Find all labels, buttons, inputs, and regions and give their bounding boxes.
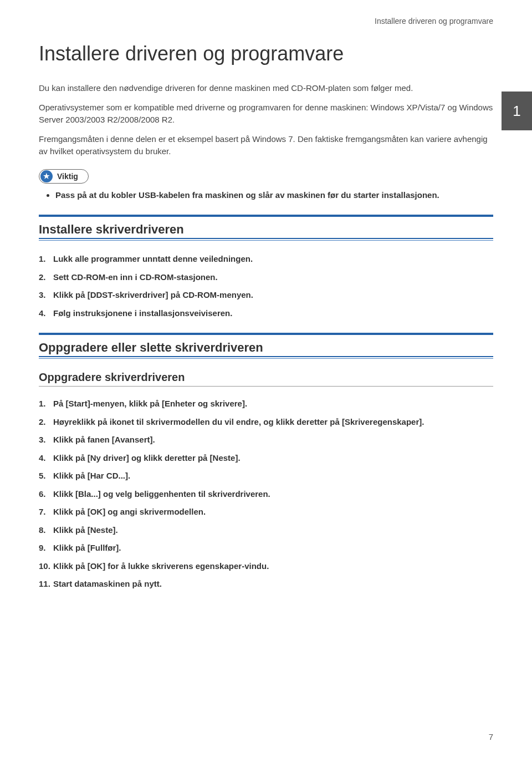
intro-paragraph: Du kan installere den nødvendige drivere… (39, 82, 493, 95)
step: 8.Klikk på [Neste]. (39, 524, 493, 537)
callout-bullet-list: Pass på at du kobler USB-kabelen fra mas… (55, 189, 493, 202)
running-header: Installere driveren og programvare (39, 17, 493, 26)
important-callout: ★ Viktig (39, 169, 89, 184)
star-icon: ★ (40, 170, 53, 182)
chapter-number-box: 1 (502, 92, 532, 130)
step: 3.Klikk på fanen [Avansert]. (39, 434, 493, 446)
section-heading-install-driver: Installere skriverdriveren (39, 219, 493, 237)
step: 2.Høyreklikk på ikonet til skrivermodell… (39, 416, 493, 429)
upgrade-steps: 1.På [Start]-menyen, klikk på [Enheter o… (39, 398, 493, 591)
step: 5.Klikk på [Har CD...]. (39, 470, 493, 482)
step: 4.Følg instruksjonene i installasjonsvei… (39, 307, 493, 320)
page-number: 7 (489, 732, 493, 741)
subsection-heading-upgrade: Oppgradere skriverdriveren (39, 371, 493, 384)
step: 6.Klikk [Bla...] og velg beliggenhenten … (39, 488, 493, 501)
step: 1.Lukk alle programmer unntatt denne vei… (39, 253, 493, 266)
install-steps: 1.Lukk alle programmer unntatt denne vei… (39, 253, 493, 319)
step: 2.Sett CD-ROM-en inn i CD-ROM-stasjonen. (39, 271, 493, 284)
step: 4.Klikk på [Ny driver] og klikk deretter… (39, 452, 493, 465)
step: 9.Klikk på [Fullfør]. (39, 542, 493, 555)
page-title: Installere driveren og programvare (39, 42, 493, 65)
step: 1.På [Start]-menyen, klikk på [Enheter o… (39, 398, 493, 410)
section-heading-upgrade-delete: Oppgradere eller slette skriverdriveren (39, 337, 493, 355)
callout-label: Viktig (57, 172, 78, 181)
step: 7.Klikk på [OK] og angi skrivermodellen. (39, 506, 493, 519)
intro-paragraph: Operativsystemer som er kompatible med d… (39, 101, 493, 126)
callout-bullet: Pass på at du kobler USB-kabelen fra mas… (55, 189, 493, 202)
step: 10.Klikk på [OK] for å lukke skriverens … (39, 560, 493, 573)
step: 11.Start datamaskinen på nytt. (39, 578, 493, 591)
step: 3.Klikk på [DDST-skriverdriver] på CD-RO… (39, 289, 493, 302)
intro-paragraph: Fremgangsmåten i denne delen er et eksem… (39, 133, 493, 158)
